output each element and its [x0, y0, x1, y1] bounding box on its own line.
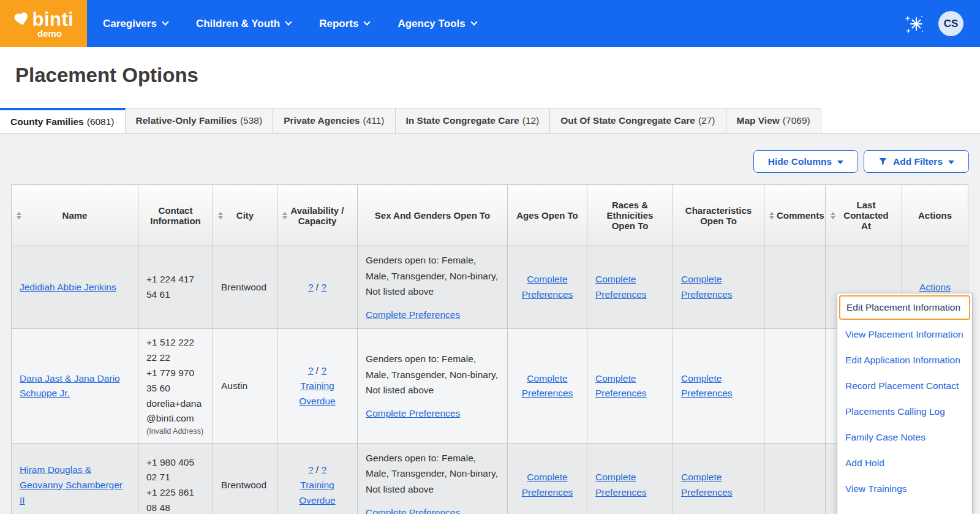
menu-item-view-trainings[interactable]: View Trainings	[837, 476, 972, 502]
column-label: Actions	[918, 210, 952, 221]
tab-count: (27)	[698, 115, 715, 126]
family-name-link[interactable]: Dana Jast & Jana Dario Schuppe Jr.	[20, 373, 120, 399]
races-cell: Complete Preferences	[587, 246, 673, 329]
phone-number: +1 980 405 02 71	[146, 455, 205, 486]
phone-number: +1 225 861 08 48	[146, 485, 205, 514]
email-address: dorelia+dana@binti.com	[146, 396, 205, 427]
tab-count: (7069)	[783, 115, 810, 126]
ages-cell: Complete Preferences	[508, 444, 587, 514]
comments-cell	[764, 329, 826, 444]
table-header-row: Name Contact Information City Availabili…	[12, 185, 968, 246]
nav-item-children-youth[interactable]: Children & Youth	[196, 18, 291, 30]
page-header: Placement Options	[0, 47, 980, 108]
complete-preferences-link[interactable]: Complete Preferences	[522, 472, 573, 497]
column-label: Contact Information	[150, 205, 201, 226]
complete-preferences-link[interactable]: Complete Preferences	[681, 274, 733, 300]
complete-preferences-link[interactable]: Complete Preferences	[681, 472, 733, 497]
complete-preferences-link[interactable]: Complete Preferences	[595, 373, 647, 399]
chevron-down-icon	[470, 18, 477, 25]
nav-menu: Caregivers Children & Youth Reports Agen…	[103, 0, 477, 47]
complete-preferences-link[interactable]: Complete Preferences	[366, 406, 460, 421]
complete-preferences-link[interactable]: Complete Preferences	[595, 274, 647, 300]
sort-icon	[769, 212, 774, 219]
sort-icon	[282, 212, 287, 219]
ages-cell: Complete Preferences	[508, 246, 587, 329]
tab-label: In State Congregate Care	[406, 115, 519, 126]
column-header-sex-and-genders-open-to: Sex And Genders Open To	[358, 185, 508, 246]
nav-item-caregivers[interactable]: Caregivers	[103, 18, 168, 30]
availability-cell: ? / ?	[277, 246, 358, 329]
column-header-name[interactable]: Name	[12, 185, 138, 246]
availability-link[interactable]: ?	[308, 365, 314, 376]
complete-preferences-link[interactable]: Complete Preferences	[595, 472, 647, 497]
city-cell: Austin	[213, 329, 277, 444]
nav-item-agency-tools[interactable]: Agency Tools	[398, 18, 476, 30]
column-header-contact-information: Contact Information	[138, 185, 213, 246]
actions-dropdown-menu: Edit Placement Information View Placemen…	[837, 293, 973, 514]
actions-link[interactable]: Actions	[919, 282, 951, 292]
training-overdue-link[interactable]: Training Overdue	[285, 478, 349, 508]
tab-county-families[interactable]: County Families (6081)	[0, 108, 126, 133]
sort-icon	[218, 212, 223, 219]
email-invalid-note: (Invalid Address)	[146, 426, 205, 437]
complete-preferences-link[interactable]: Complete Preferences	[681, 373, 733, 399]
nav-item-label: Caregivers	[103, 18, 157, 30]
tab-out-of-state-congregate-care[interactable]: Out Of State Congregate Care (27)	[550, 108, 726, 133]
training-overdue-link[interactable]: Training Overdue	[285, 379, 349, 409]
sort-icon	[17, 212, 21, 219]
menu-item-view-placement-information[interactable]: View Placement Information	[837, 322, 972, 347]
genders-open-to-text: Genders open to: Female, Male, Transgend…	[366, 450, 499, 497]
ages-cell: Complete Preferences	[508, 329, 587, 444]
column-header-comments[interactable]: Comments	[764, 185, 826, 246]
add-filters-button[interactable]: Add Filters	[864, 150, 969, 173]
tab-private-agencies[interactable]: Private Agencies (411)	[273, 108, 395, 133]
brand-logo[interactable]: binti demo	[0, 0, 87, 47]
tab-label: Out Of State Congregate Care	[560, 115, 695, 126]
availability-separator: /	[316, 282, 318, 292]
family-name-link[interactable]: Hiram Douglas & Geovanny Schamberger II	[20, 464, 123, 505]
phone-number: +1 512 222 22 22	[146, 335, 205, 366]
column-label: Availability / Capacity	[291, 205, 344, 226]
brand-name: binti	[32, 10, 74, 29]
hide-columns-button[interactable]: Hide Columns	[753, 150, 858, 173]
complete-preferences-link[interactable]: Complete Preferences	[366, 308, 460, 323]
tab-map-view[interactable]: Map View (7069)	[726, 108, 821, 133]
name-cell: Dana Jast & Jana Dario Schuppe Jr.	[12, 329, 138, 444]
chevron-down-icon	[285, 18, 292, 25]
menu-item-record-placement-contact[interactable]: Record Placement Contact	[837, 373, 972, 399]
capacity-link[interactable]: ?	[321, 282, 326, 292]
contact-cell: +1 224 417 54 61	[138, 246, 213, 329]
chevron-down-icon	[364, 18, 371, 25]
sex-genders-cell: Genders open to: Female, Male, Transgend…	[358, 329, 508, 444]
nav-item-reports[interactable]: Reports	[319, 18, 369, 30]
capacity-link[interactable]: ?	[321, 464, 326, 475]
races-cell: Complete Preferences	[587, 444, 673, 514]
chevron-down-icon	[837, 161, 843, 164]
tab-in-state-congregate-care[interactable]: In State Congregate Care (12)	[396, 108, 551, 133]
characteristics-cell: Complete Preferences	[673, 444, 764, 514]
availability-separator: /	[316, 464, 318, 475]
family-name-link[interactable]: Jedidiah Abbie Jenkins	[20, 282, 116, 292]
complete-preferences-link[interactable]: Complete Preferences	[522, 274, 573, 300]
phone-number: +1 224 417 54 61	[146, 272, 205, 303]
menu-item-placements-calling-log[interactable]: Placements Calling Log	[837, 399, 972, 425]
complete-preferences-link[interactable]: Complete Preferences	[366, 505, 460, 514]
complete-preferences-link[interactable]: Complete Preferences	[522, 373, 573, 399]
availability-link[interactable]: ?	[308, 464, 314, 475]
menu-item-edit-application-information[interactable]: Edit Application Information	[837, 347, 972, 373]
capacity-link[interactable]: ?	[321, 365, 326, 376]
menu-item-family-case-notes[interactable]: Family Case Notes	[837, 425, 972, 450]
menu-item-edit-placement-information[interactable]: Edit Placement Information	[839, 295, 970, 320]
tab-relative-only-families[interactable]: Relative-Only Families (538)	[126, 108, 274, 133]
availability-link[interactable]: ?	[308, 282, 314, 292]
contact-cell: +1 980 405 02 71 +1 225 861 08 48	[138, 444, 213, 514]
user-avatar[interactable]: CS	[938, 11, 963, 36]
sparkle-icon[interactable]	[903, 13, 925, 35]
comments-cell	[764, 246, 826, 329]
column-header-city[interactable]: City	[213, 185, 277, 246]
table-row: Hiram Douglas & Geovanny Schamberger II …	[12, 444, 968, 514]
column-header-availability-capacity[interactable]: Availability / Capacity	[277, 185, 358, 246]
column-header-last-contacted-at[interactable]: Last Contacted At	[826, 185, 902, 246]
tab-label: County Families	[10, 116, 84, 127]
menu-item-add-hold[interactable]: Add Hold	[837, 450, 972, 476]
